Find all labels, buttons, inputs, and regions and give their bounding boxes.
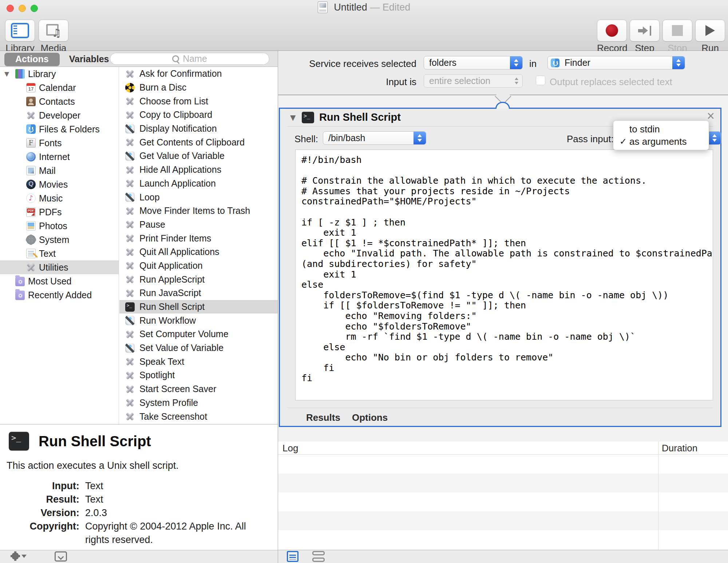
action-list-item[interactable]: Pause	[119, 218, 278, 232]
action-list-item[interactable]: Quit Application	[119, 259, 278, 273]
wrench-icon	[125, 96, 135, 106]
wrench-icon	[26, 263, 36, 272]
actions-variables-segmented-control: Actions Variables	[4, 53, 119, 66]
sidebar-item[interactable]: Photos	[0, 219, 119, 233]
step-button[interactable]: Step	[630, 20, 660, 54]
sidebar-item[interactable]: Developer	[0, 108, 119, 122]
sidebar-item[interactable]: ▼ Library	[0, 67, 119, 81]
sidebar-item[interactable]: Contacts	[0, 95, 119, 108]
log-rows	[278, 455, 728, 550]
description-text: This action executes a Unix shell script…	[7, 460, 278, 471]
sidebar-item[interactable]: Recently Added	[0, 288, 119, 302]
finder-icon	[26, 124, 36, 134]
action-list-item[interactable]: Get Contents of Clipboard	[119, 135, 278, 149]
action-item-label: Set Computer Volume	[139, 329, 229, 339]
action-list-item[interactable]: Run Shell Script	[119, 300, 278, 314]
action-list-item[interactable]: Launch Application	[119, 177, 278, 191]
action-list-item[interactable]: Run JavaScript	[119, 286, 278, 300]
field-label: Copyright:	[0, 520, 85, 547]
wrench-icon	[125, 179, 135, 188]
action-item-label: Spotlight	[139, 370, 175, 380]
action-list-item[interactable]: Copy to Clipboard	[119, 108, 278, 122]
action-item-label: Take Screenshot	[139, 411, 207, 422]
shell-script-editor[interactable]: #!/bin/bash # Constrain the allowable pa…	[295, 149, 713, 400]
action-list-item[interactable]: Set Value of Variable	[119, 341, 278, 355]
output-replaces-checkbox	[536, 76, 545, 85]
action-item-label: Get Value of Variable	[139, 151, 225, 161]
sidebar-item-label: Text	[39, 248, 56, 259]
pane-divider[interactable]	[278, 51, 278, 563]
sidebar-item[interactable]: Text	[0, 247, 119, 260]
log-stack-view-icon[interactable]	[312, 551, 325, 562]
action-list-item[interactable]: Print Finder Items	[119, 231, 278, 245]
action-list-item[interactable]: Run AppleScript	[119, 272, 278, 286]
action-list-item[interactable]: Set Computer Volume	[119, 327, 278, 341]
media-button[interactable]: Media	[39, 20, 68, 54]
title-dash: —	[370, 2, 380, 13]
action-list-item[interactable]: Speak Text	[119, 355, 278, 368]
pdf-icon	[26, 207, 36, 217]
action-list-item[interactable]: Quit All Applications	[119, 245, 278, 259]
service-app-popup[interactable]: Finder	[547, 56, 685, 69]
search-input[interactable]: Name	[110, 53, 269, 65]
action-list-item[interactable]: Choose from List	[119, 94, 278, 108]
log-column-divider[interactable]	[658, 442, 658, 550]
options-button[interactable]: Options	[352, 412, 388, 423]
wrench-icon	[26, 111, 36, 120]
action-list-item[interactable]: Take Screenshot	[119, 410, 278, 423]
input-is-label: Input is	[278, 76, 416, 88]
action-list-item[interactable]: Burn a Disc	[119, 81, 278, 95]
action-item-label: Run Workflow	[139, 315, 196, 326]
mail-icon	[26, 166, 36, 175]
toggle-description-panel-button[interactable]	[55, 551, 67, 562]
sidebar-item[interactable]: PDFs	[0, 205, 119, 219]
sidebar-item[interactable]: System	[0, 233, 119, 247]
action-list-item[interactable]: Start Screen Saver	[119, 382, 278, 396]
sidebar-item[interactable]: Calendar	[0, 81, 119, 95]
sidebar-item[interactable]: Fonts	[0, 136, 119, 150]
shell-value: /bin/bash	[323, 133, 414, 143]
action-list-item[interactable]: Ask for Confirmation	[119, 67, 278, 81]
record-button[interactable]: Record	[597, 20, 627, 54]
pass-input-menu: to stdin ✓ as arguments	[613, 120, 709, 150]
action-list-item[interactable]: Loop	[119, 190, 278, 204]
action-item-label: System Profile	[139, 398, 198, 408]
field-label: Result:	[0, 493, 85, 506]
sidebar-item[interactable]: Movies	[0, 177, 119, 191]
action-disclosure-triangle-icon[interactable]: ▼	[290, 113, 296, 122]
results-button[interactable]: Results	[306, 412, 340, 423]
actions-list: Ask for Confirmation Burn a Disc Choose …	[119, 67, 278, 424]
log-column-header: Log	[282, 443, 298, 454]
shell-popup[interactable]: /bin/bash	[323, 131, 426, 145]
action-list-item[interactable]: Display Notification	[119, 122, 278, 136]
sidebar-item[interactable]: Music	[0, 191, 119, 205]
action-list-item[interactable]: Get Value of Variable	[119, 149, 278, 163]
library-button[interactable]: Library	[5, 20, 35, 54]
action-list-item[interactable]: Run Workflow	[119, 314, 278, 327]
action-menu-button[interactable]	[11, 552, 27, 560]
sidebar-item-label: Photos	[39, 221, 67, 231]
sidebar-item[interactable]: Files & Folders	[0, 122, 119, 136]
action-list-item[interactable]: Move Finder Items to Trash	[119, 204, 278, 218]
tab-actions[interactable]: Actions	[4, 53, 60, 66]
service-receives-popup[interactable]: folders	[424, 56, 523, 69]
log-list-view-icon[interactable]	[287, 551, 298, 562]
action-list-item[interactable]: Spotlight	[119, 368, 278, 382]
disclosure-triangle-icon[interactable]: ▼	[4, 70, 15, 77]
sidebar-item[interactable]: Utilities	[0, 260, 119, 274]
sidebar-item-label: System	[39, 235, 69, 245]
sidebar-item[interactable]: Mail	[0, 164, 119, 177]
action-list-item[interactable]: System Profile	[119, 396, 278, 410]
menu-item[interactable]: ✓ as arguments	[613, 135, 709, 148]
action-list-item[interactable]: Hide All Applications	[119, 163, 278, 177]
sidebar-item[interactable]: Internet	[0, 150, 119, 164]
log-panel: Log Duration	[278, 442, 728, 550]
menu-item[interactable]: to stdin	[613, 123, 709, 135]
run-button[interactable]: Run	[695, 20, 725, 54]
popup-stepper-icon	[414, 132, 426, 144]
output-replaces-label: Output replaces selected text	[550, 76, 672, 88]
service-receives-label: Service receives selected	[278, 58, 416, 69]
sidebar-item[interactable]: Most Used	[0, 274, 119, 288]
step-icon	[637, 25, 652, 36]
edited-badge: Edited	[383, 2, 411, 13]
